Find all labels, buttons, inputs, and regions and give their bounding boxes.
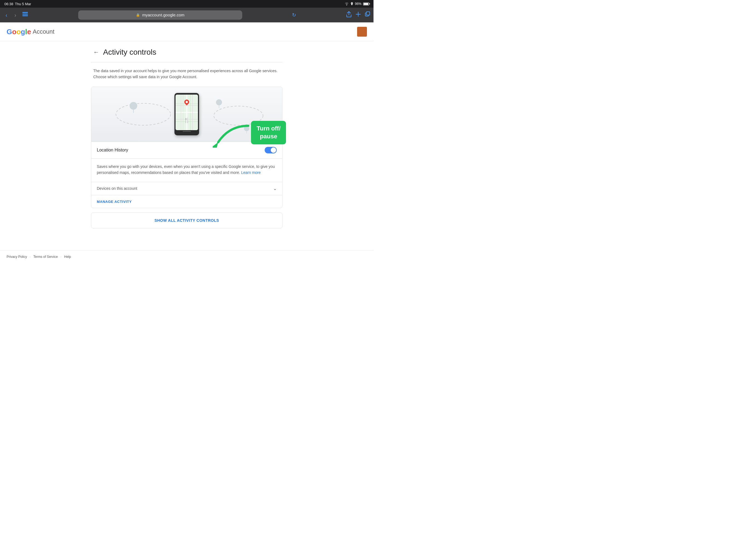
back-button[interactable]: ‹	[3, 11, 9, 19]
phone-screen: 🍴	[176, 95, 198, 130]
show-all-activity-controls-card[interactable]: SHOW ALL ACTIVITY CONTROLS	[91, 212, 282, 228]
logo-account: Account	[33, 28, 55, 35]
svg-point-9	[216, 99, 222, 105]
battery-percent: 96%	[355, 2, 361, 6]
page-title-row: ← Activity controls	[91, 48, 282, 57]
browser-chrome: ‹ › 🔒 myaccount.google.com ↻	[0, 8, 374, 22]
location-history-description: Saves where you go with your devices, ev…	[91, 158, 282, 182]
fork-icon: 🍴	[184, 117, 190, 123]
devices-label: Devices on this account	[97, 186, 137, 190]
bookmarks-button[interactable]	[22, 12, 28, 18]
page-title: Activity controls	[103, 48, 156, 57]
divider	[91, 62, 282, 62]
forward-button[interactable]: ›	[12, 11, 19, 19]
terms-of-service-link[interactable]: Terms of Service	[33, 255, 58, 259]
footer-dot-2: ·	[60, 255, 61, 259]
address-bar[interactable]: 🔒 myaccount.google.com	[78, 10, 242, 20]
battery-icon	[363, 2, 369, 5]
page-description: The data saved in your account helps to …	[91, 68, 282, 80]
add-tab-button[interactable]	[356, 11, 361, 18]
bg-pin-right-top	[216, 99, 222, 108]
url-text: myaccount.google.com	[142, 12, 184, 17]
logo-l: l	[25, 28, 27, 36]
show-all-activity-link[interactable]: SHOW ALL ACTIVITY CONTROLS	[154, 218, 219, 223]
svg-point-11	[116, 103, 171, 125]
location-history-card: 🍴 Location History	[91, 87, 282, 208]
svg-rect-6	[366, 12, 370, 15]
google-logo: G o o g l e Account	[6, 28, 54, 36]
bg-pin-left	[130, 102, 137, 113]
tabs-button[interactable]	[365, 11, 370, 18]
svg-rect-1	[22, 14, 28, 15]
annotation-text: Turn off/pause	[256, 125, 281, 140]
svg-rect-0	[22, 12, 28, 13]
help-link[interactable]: Help	[64, 255, 71, 259]
share-button[interactable]	[346, 11, 352, 19]
location-history-toggle[interactable]	[265, 147, 277, 153]
location-history-desc-text: Saves where you go with your devices, ev…	[97, 163, 277, 176]
google-header: G o o g l e Account	[0, 22, 374, 41]
svg-point-8	[130, 102, 137, 110]
manage-activity-row: MANAGE ACTIVITY	[91, 195, 282, 208]
date-display: Thu 5 Mar	[15, 2, 31, 6]
wifi-icon	[344, 2, 349, 5]
location-history-label: Location History	[97, 148, 128, 153]
privacy-policy-link[interactable]: Privacy Policy	[6, 255, 27, 259]
logo-g2: g	[21, 28, 25, 36]
manage-activity-link[interactable]: MANAGE ACTIVITY	[97, 200, 132, 204]
phone-home-bar	[183, 131, 191, 132]
status-bar: 06:38 Thu 5 Mar 96%	[0, 0, 374, 8]
logo-e: e	[27, 28, 31, 36]
svg-rect-2	[22, 15, 28, 16]
location-icon	[351, 2, 353, 5]
chevron-down-icon: ⌄	[273, 186, 277, 191]
lock-icon: 🔒	[136, 13, 140, 17]
annotation-container: Turn off/pause	[213, 120, 286, 145]
annotation-box: Turn off/pause	[251, 121, 286, 144]
green-arrow	[213, 123, 251, 148]
dashed-path-left	[113, 101, 173, 128]
phone-device: 🍴	[175, 93, 199, 135]
footer-dot-1: ·	[30, 255, 31, 259]
time-display: 06:38	[4, 2, 14, 6]
learn-more-link[interactable]: Learn more	[241, 170, 261, 175]
logo-o1: o	[12, 28, 17, 36]
devices-on-account-row[interactable]: Devices on this account ⌄	[91, 182, 282, 195]
page-footer: Privacy Policy · Terms of Service · Help	[0, 250, 374, 263]
logo-g: G	[6, 28, 12, 36]
page-content: G o o g l e Account ← Activity controls …	[0, 22, 374, 280]
phone-map-bg: 🍴	[176, 95, 198, 130]
logo-o2: o	[17, 28, 21, 36]
page-back-arrow[interactable]: ←	[93, 49, 99, 56]
avatar[interactable]	[357, 27, 367, 36]
toggle-thumb	[271, 147, 276, 153]
refresh-button[interactable]: ↻	[292, 12, 296, 18]
